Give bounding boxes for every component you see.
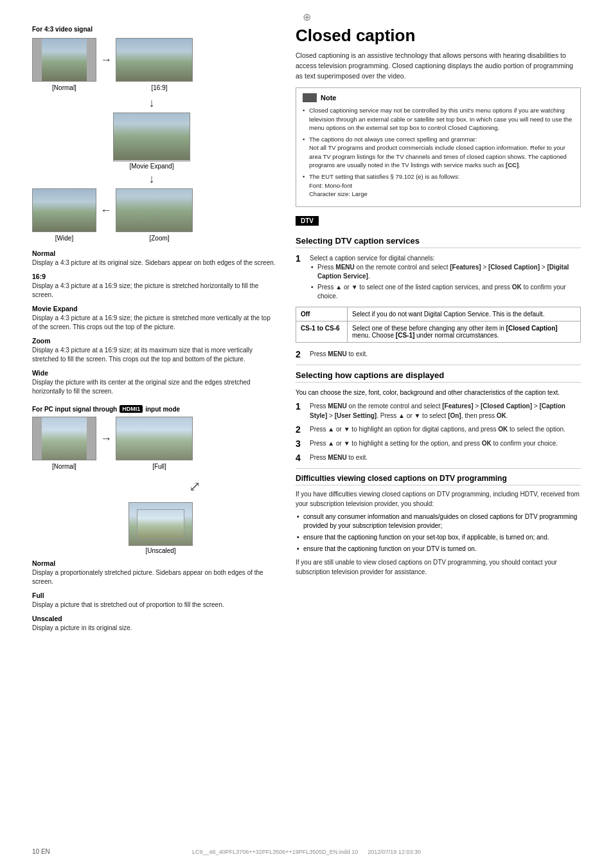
diagram-169-43 xyxy=(116,38,193,82)
difficulties-bullet-1: consult any consumer information and man… xyxy=(296,512,581,530)
label-zoom: [Zoom] xyxy=(121,235,198,242)
note-box: Note Closed captioning service may not b… xyxy=(296,87,581,207)
def-pc-unscaled-title: Unscaled xyxy=(32,615,276,622)
note-item-3: The EUT setting that satisfies § 79.102 … xyxy=(303,172,574,198)
def-movie-expand-text: Display a 4:3 picture at a 16:9 size; th… xyxy=(32,314,276,332)
arrow-down-1: ↓ xyxy=(149,96,155,110)
difficulties-bullet-2: ensure that the captioning function on y… xyxy=(296,533,581,542)
def-wide-title: Wide xyxy=(32,369,276,377)
diagram-pc-unscaled xyxy=(129,502,193,546)
step1-intro: Select a caption service for digital cha… xyxy=(310,253,581,263)
arrow-right-1: → xyxy=(100,53,112,67)
dtv-badge: DTV xyxy=(296,216,319,226)
hdmi-badge: HDMI1 xyxy=(120,405,143,413)
def-pc-normal-title: Normal xyxy=(32,559,276,567)
table-key-cs: CS-1 to CS-6 xyxy=(296,321,348,343)
pc-input-suffix: input mode xyxy=(145,406,180,413)
intro-text: Closed captioning is an assistive techno… xyxy=(296,51,581,81)
note-item-2: The captions do not always use correct s… xyxy=(303,135,574,169)
divider-1 xyxy=(296,365,581,365)
divider-2 xyxy=(296,468,581,469)
arrow-down-2: ↓ xyxy=(149,172,155,186)
label-unscaled: [Unscaled] xyxy=(145,547,175,554)
def-pc-full: Full Display a picture that is stretched… xyxy=(32,592,276,610)
difficulties-heading: Difficulties viewing closed captions on … xyxy=(296,474,581,485)
def-169: 16:9 Display a 4:3 picture at a 16:9 siz… xyxy=(32,273,276,300)
how-step-2: 2 Press ▲ or ▼ to highlight an option fo… xyxy=(296,424,581,435)
def-zoom-text: Display a 4:3 picture at a 16:9 size; at… xyxy=(32,346,276,364)
diagram-wide xyxy=(32,188,96,232)
page-footer: 10 EN xyxy=(32,848,50,855)
file-date: 2012/07/19 12:03:30 xyxy=(368,849,421,855)
note-icon xyxy=(303,93,317,102)
indd-file: LC9__46_40PFL3706++32PFL3506++19PFL3505D… xyxy=(192,849,358,855)
def-movie-expand-title: Movie Expand xyxy=(32,305,276,312)
how-intro-text: You can choose the size, font, color, ba… xyxy=(296,388,581,397)
step-1: 1 Select a caption service for digital c… xyxy=(296,253,581,303)
def-pc-full-title: Full xyxy=(32,592,276,599)
diagram-zoom xyxy=(116,188,193,232)
def-normal-text: Display a 4:3 picture at its original si… xyxy=(32,258,276,267)
dtv-badge-container: DTV xyxy=(296,216,581,231)
diagram-pc-full xyxy=(116,417,193,460)
crosshair-decoration: ⊕ xyxy=(301,12,312,22)
difficulties-intro: If you have difficulties viewing closed … xyxy=(296,489,581,509)
diagram-normal-43 xyxy=(32,38,96,82)
pc-input-text: For PC input signal through xyxy=(32,406,117,413)
def-normal-title: Normal xyxy=(32,249,276,257)
note-word: Note xyxy=(321,94,336,102)
def-pc-unscaled-text: Display a picture in its original size. xyxy=(32,624,276,633)
diagram-43-section: For 4:3 video signal → xyxy=(32,26,276,242)
left-column: For 4:3 video signal → xyxy=(32,26,276,842)
how-step-1: 1 Press MENU on the remote control and s… xyxy=(296,401,581,420)
difficulties-footer: If you are still unable to view closed c… xyxy=(296,557,581,577)
difficulties-bullet-3: ensure that the captioning function on y… xyxy=(296,545,581,554)
page-number: 10 EN xyxy=(32,848,50,855)
table-key-off: Off xyxy=(296,307,348,321)
label-pc-normal: [Normal] xyxy=(32,463,96,470)
step-2-dtv: 2 Press MENU to exit. xyxy=(296,349,581,359)
caption-options-table: Off Select if you do not want Digital Ca… xyxy=(296,307,581,343)
note-header: Note xyxy=(303,93,574,102)
diagram-movie-expand xyxy=(113,113,190,161)
right-column: Closed caption Closed captioning is an a… xyxy=(296,26,581,842)
def-zoom-title: Zoom xyxy=(32,337,276,345)
selecting-dtv-heading: Selecting DTV caption services xyxy=(296,236,581,248)
def-pc-unscaled: Unscaled Display a picture in its origin… xyxy=(32,615,276,633)
label-movie-expand: [Movie Expand] xyxy=(130,163,174,170)
table-val-off: Select if you do not want Digital Captio… xyxy=(348,307,581,321)
def-pc-full-text: Display a picture that is stretched out … xyxy=(32,601,276,610)
arrow-right-pc: → xyxy=(100,432,112,446)
label-pc-full: [Full] xyxy=(121,463,198,470)
def-normal: Normal Display a 4:3 picture at its orig… xyxy=(32,249,276,267)
def-pc-normal-text: Display a proportionately stretched pict… xyxy=(32,568,276,586)
file-footer: LC9__46_40PFL3706++32PFL3506++19PFL3505D… xyxy=(192,849,421,855)
def-zoom: Zoom Display a 4:3 picture at a 16:9 siz… xyxy=(32,337,276,364)
for-43-label: For 4:3 video signal xyxy=(32,26,276,33)
pc-input-section: For PC input signal through HDMI1 input … xyxy=(32,405,276,554)
step1-bullet1: Press MENU on the remote control and sel… xyxy=(310,263,581,281)
expand-arrows-icon: ⤢ xyxy=(182,474,208,500)
label-normal-top: [Normal] xyxy=(32,84,96,91)
page-title: Closed caption xyxy=(296,26,581,46)
def-pc-normal: Normal Display a proportionately stretch… xyxy=(32,559,276,586)
pc-input-label: For PC input signal through HDMI1 input … xyxy=(32,405,276,413)
how-step-3: 3 Press ▲ or ▼ to highlight a setting fo… xyxy=(296,439,581,449)
label-wide: [Wide] xyxy=(32,235,96,242)
def-169-text: Display a 4:3 picture at a 16:9 size; th… xyxy=(32,282,276,300)
def-movie-expand: Movie Expand Display a 4:3 picture at a … xyxy=(32,305,276,332)
label-169: [16:9] xyxy=(121,84,198,91)
def-wide-text: Display the picture with its center at t… xyxy=(32,378,276,396)
table-val-cs: Select one of these before changing any … xyxy=(348,321,581,343)
table-row-off: Off Select if you do not want Digital Ca… xyxy=(296,307,581,321)
selecting-how-heading: Selecting how captions are displayed xyxy=(296,370,581,383)
how-step-4: 4 Press MENU to exit. xyxy=(296,453,581,463)
step1-bullet2: Press ▲ or ▼ to select one of the listed… xyxy=(310,283,581,301)
def-wide: Wide Display the picture with its center… xyxy=(32,369,276,396)
table-row-cs: CS-1 to CS-6 Select one of these before … xyxy=(296,321,581,343)
arrow-left-1: ← xyxy=(100,204,112,217)
diagram-pc-normal xyxy=(32,417,96,460)
def-169-title: 16:9 xyxy=(32,273,276,280)
note-item-1: Closed captioning service may not be con… xyxy=(303,106,574,132)
